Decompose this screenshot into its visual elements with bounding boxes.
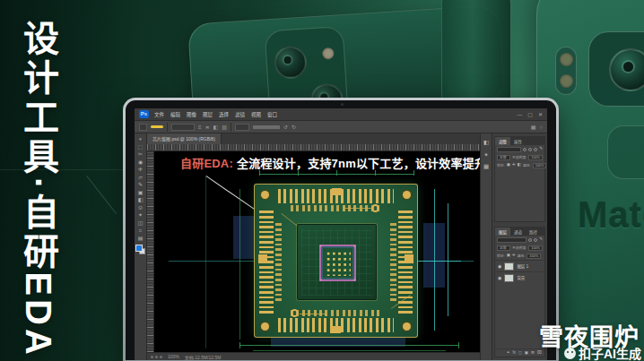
lock-position-icon[interactable]: ✛ [512,163,516,168]
link-layers-icon[interactable]: ⚭ [507,351,510,356]
align-left-icon[interactable]: ≡ [198,125,202,130]
tool-gradient-icon[interactable]: ◧ [138,197,144,202]
camera-lens-icon [609,48,644,91]
options-dropdown[interactable] [171,124,195,131]
kind-filter-icon[interactable] [523,148,527,151]
tool-lasso-icon[interactable]: ▱ [138,175,143,180]
opacity-value[interactable]: 100% [528,155,543,160]
tool-pen-icon[interactable]: ✎ [138,182,143,187]
workspace-grid-icon[interactable]: ▦ [531,125,536,130]
chip-side-pad [258,254,267,263]
layer-effects-icon[interactable]: fx [513,351,517,356]
kind-filter-icon[interactable] [528,238,532,242]
color-swatches[interactable] [135,245,145,254]
adjustments-panel-icon[interactable]: ◧ [483,140,489,146]
tool-grid-icon[interactable]: ⌗ [139,228,142,233]
tool-shape-icon[interactable]: ◫ [138,220,144,226]
brush-preview[interactable] [151,125,163,128]
edit-icon[interactable]: ✎ [539,237,543,242]
blend-mode-select[interactable]: 正常 [497,245,510,251]
effect-filter-icon[interactable] [528,148,532,151]
layer-name[interactable]: 图层 1 [517,263,528,269]
mode-dropdown[interactable] [235,124,249,131]
chip-pads-right-inner [390,220,396,301]
lock-all-icon[interactable]: ◧ [518,163,521,168]
layer-mask-icon[interactable]: ◻ [518,351,522,356]
filter-type-input[interactable] [497,147,521,152]
workspace-search-icon[interactable]: ○ [539,125,543,130]
tool-preset-button[interactable] [139,124,147,131]
properties-panel-icon[interactable]: ✶ [483,152,488,159]
tab-paths[interactable]: 路径 [526,228,541,236]
tool-blur-icon[interactable]: ⊙ [138,205,143,211]
tool-eyedropper-icon[interactable]: ◉ [138,159,143,165]
document-tab[interactable]: 芯片版图.psd @ 100% (RGB/8) [147,133,222,144]
die-bump-grid [325,250,351,276]
history-panel-icon[interactable]: ▦ [483,164,489,170]
tool-hand-icon[interactable]: ▤ [138,236,144,241]
menu-window[interactable]: 窗口 [267,111,277,118]
chip-corner-pad [403,322,411,331]
tab-channels[interactable]: 通道 [510,228,526,236]
tool-heal-icon[interactable]: ✛ [138,167,143,172]
minimize-button[interactable]: — [517,112,522,117]
fill-value[interactable]: 100% [533,163,547,168]
zoom-level[interactable]: 100% [168,354,179,359]
adjustment-layer-icon[interactable]: ▣ [525,351,528,356]
menu-view[interactable]: 视图 [251,111,261,118]
chip-corner-pad [261,322,269,331]
tool-marquee-icon[interactable]: ⬚ [138,144,144,150]
lock-transparent-icon[interactable]: ▣ [507,163,510,168]
tab-layers[interactable]: 图层 [495,228,510,236]
status-dots [151,356,162,358]
mode-filter-icon[interactable] [534,148,537,151]
grid-options-icon[interactable]: ▥ [222,125,227,130]
tool-move-icon[interactable]: ⌖ [139,136,142,142]
visibility-eye-icon[interactable]: ◉ [498,276,501,280]
lock-position-icon[interactable]: ✛ [512,254,516,258]
foreground-color-swatch[interactable] [135,245,143,252]
edit-icon[interactable]: ✎ [539,147,543,151]
layer-thumbnail[interactable] [504,262,514,271]
maximize-button[interactable]: ▢ [527,111,533,117]
tool-cut-icon[interactable]: ✂ [138,151,143,157]
visibility-eye-icon[interactable]: ◉ [498,264,501,269]
lock-transparent-icon[interactable]: ▣ [507,254,510,258]
chip-trace [300,314,326,314]
redo-icon[interactable]: ↻ [292,125,296,130]
undo-icon[interactable]: ↺ [283,125,288,130]
distribute-icon[interactable]: ◧ [213,125,219,130]
core-corner-marker [319,245,322,247]
new-layer-icon[interactable]: ⊞ [531,351,535,356]
blend-mode-select[interactable]: 正常 [497,155,510,160]
close-button[interactable]: ✕ [538,111,543,117]
opacity-value[interactable]: 100% [528,245,543,251]
layer-filter-input[interactable] [497,237,527,243]
effect-filter-icon[interactable] [534,238,537,242]
dimension-tick [375,170,376,176]
layer-name[interactable]: 背景 [517,275,525,280]
dimension-tick [259,170,260,176]
layer-row[interactable]: ◉ 背景 [495,271,544,283]
menu-select[interactable]: 选择 [219,111,229,118]
opacity-label: 不透明度: [512,155,527,159]
fill-value[interactable]: 100% [527,254,541,259]
menu-edit[interactable]: 编辑 [170,111,180,118]
menu-layer[interactable]: 图层 [203,111,213,118]
design-canvas[interactable]: 自研EDA:全流程设计，支持7nm以下工艺，设计效率提升50% [154,151,480,352]
menu-file[interactable]: 文件 [154,111,164,118]
layer-row[interactable]: ◉ 图层 1 [495,260,544,271]
align-center-icon[interactable]: ≍ [205,125,210,130]
menu-image[interactable]: 图像 [187,111,196,118]
camera-lens-icon [274,46,308,80]
menu-filter[interactable]: 滤镜 [235,111,245,118]
watermark-credit: 扣子AI生成 [564,344,641,361]
opacity-slider[interactable] [253,125,280,129]
die-core [319,245,356,281]
tool-dodge-icon[interactable]: ✦ [138,212,143,218]
layer-thumbnail[interactable] [504,274,514,282]
tool-brush-icon[interactable]: ▣ [138,190,144,195]
tab-adjust[interactable]: 调整 [495,137,510,145]
chip-via-ring [291,309,299,317]
tab-properties[interactable]: 属性 [510,137,526,145]
